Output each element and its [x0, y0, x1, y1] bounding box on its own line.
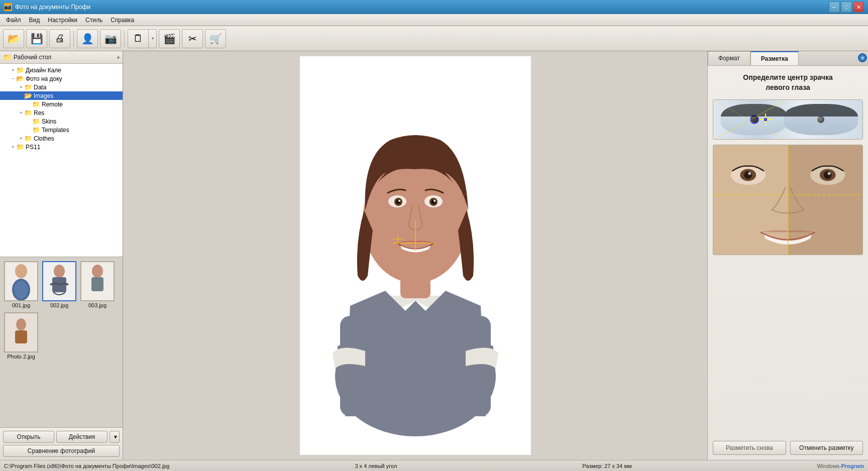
- center-area[interactable]: [123, 51, 707, 460]
- tree-label-ps11: PS11: [26, 144, 40, 151]
- tree-item-remote[interactable]: 📁 Remote: [0, 100, 123, 108]
- menu-view[interactable]: Вид: [25, 16, 44, 25]
- tab-markup[interactable]: Разметка: [750, 51, 799, 65]
- menu-settings[interactable]: Настройки: [44, 16, 81, 25]
- toolbar-person-btn[interactable]: 👤: [77, 29, 98, 48]
- menu-bar: Файл Вид Настройки Стиль Справка: [0, 14, 868, 26]
- tree-expand-data[interactable]: +: [18, 84, 24, 90]
- tab-format[interactable]: Формат: [708, 51, 750, 65]
- tree-expand-clothes[interactable]: +: [18, 136, 24, 142]
- svg-point-24: [398, 200, 400, 202]
- thumb-img-003: [80, 261, 115, 301]
- toolbar-template-arrow[interactable]: ▾: [149, 29, 157, 48]
- svg-rect-12: [15, 330, 27, 343]
- open-button[interactable]: Открыть: [3, 431, 54, 443]
- eye-crosshair-center: [764, 117, 768, 122]
- tree-expand-res[interactable]: +: [18, 110, 24, 116]
- face-zoom-svg: [713, 145, 862, 255]
- tree-expand-remote[interactable]: [26, 101, 32, 107]
- tree-view[interactable]: + 📁 Дизайн Кале − 📂 Фото на доку + 📁 Dat…: [0, 64, 123, 257]
- tree-item-images[interactable]: 📂 Images: [0, 91, 123, 100]
- thumb-label-001: 001.jpg: [12, 302, 30, 308]
- tree-expand-ps11[interactable]: +: [10, 144, 16, 150]
- thumb-item-003[interactable]: 003.jpg: [80, 261, 115, 308]
- tree-label-remote: Remote: [42, 101, 63, 108]
- svg-point-1: [15, 264, 27, 278]
- tree-item-data[interactable]: + 📁 Data: [0, 83, 123, 91]
- toolbar-template-combo: 🗒 ▾: [128, 29, 157, 48]
- folder-icon-res: 📁: [24, 109, 32, 116]
- main-photo-svg: [300, 56, 531, 455]
- actions-button[interactable]: Действия: [56, 431, 107, 443]
- tree-expand-photodocs[interactable]: −: [10, 76, 16, 82]
- close-panel-button[interactable]: ✕: [858, 53, 867, 62]
- tree-expand-images[interactable]: [18, 93, 24, 99]
- right-panel-tabs: ✕ Формат Разметка: [708, 51, 868, 66]
- toolbar-save-btn[interactable]: 💾: [26, 29, 47, 48]
- tree-label-res: Res: [34, 109, 44, 116]
- tree-item-skins[interactable]: 📁 Skins: [0, 117, 123, 126]
- dropdown-arrow-icon[interactable]: ▾: [117, 55, 120, 60]
- status-info: 3 x 4 левый угол: [355, 463, 397, 469]
- svg-point-36: [744, 171, 752, 179]
- status-path: C:\Program Files (x86)\Фото на документы…: [4, 463, 169, 469]
- thumb-item-001[interactable]: 001.jpg: [4, 261, 38, 308]
- toolbar-camera-btn[interactable]: 📷: [100, 29, 121, 48]
- thumb-item-photo2[interactable]: Photo 2.jpg: [4, 312, 38, 360]
- minimize-button[interactable]: ─: [829, 2, 840, 13]
- separator-2: [124, 31, 125, 47]
- menu-style[interactable]: Стиль: [81, 16, 106, 25]
- window-controls: ─ □ ✕: [829, 2, 864, 13]
- svg-point-11: [16, 318, 26, 330]
- tree-expand-templates[interactable]: [26, 127, 32, 133]
- folder-icon-ps11: 📁: [16, 143, 24, 151]
- separator-1: [73, 31, 74, 47]
- face-zoom-container: [713, 145, 863, 255]
- menu-file[interactable]: Файл: [2, 16, 25, 25]
- tree-item-design[interactable]: + 📁 Дизайн Кале: [0, 66, 123, 74]
- folder-icon-remote: 📁: [32, 100, 40, 108]
- close-button[interactable]: ✕: [853, 2, 864, 13]
- left-btn-row-1: Открыть Действия ▾: [3, 431, 120, 443]
- instruction-subtitle: левого глаза: [766, 83, 810, 91]
- tree-label-templates: Templates: [42, 127, 69, 134]
- actions-arrow-button[interactable]: ▾: [110, 431, 120, 443]
- instruction-text: Определите центр зрачка левого глаза: [713, 71, 863, 94]
- toolbar-video-btn[interactable]: 🎬: [159, 29, 180, 48]
- main-image-container: [300, 56, 531, 455]
- right-panel: ✕ Формат Разметка Определите центр зрачк…: [707, 51, 868, 460]
- maximize-button[interactable]: □: [841, 2, 852, 13]
- tree-label-skins: Skins: [42, 118, 56, 125]
- tree-item-clothes[interactable]: + 📁 Clothes: [0, 134, 123, 143]
- redo-markup-button[interactable]: Разметить снова: [713, 441, 786, 455]
- menu-help[interactable]: Справка: [106, 16, 138, 25]
- svg-point-3: [14, 281, 28, 299]
- tree-item-templates[interactable]: 📁 Templates: [0, 126, 123, 134]
- folder-dropdown[interactable]: 📁 Рабочий стол ▾: [0, 51, 123, 64]
- svg-point-25: [433, 200, 436, 202]
- eyelash-left: [721, 104, 788, 116]
- toolbar-template-btn[interactable]: 🗒: [128, 29, 149, 48]
- tree-expand-design[interactable]: +: [10, 67, 16, 73]
- tree-item-photodocs[interactable]: − 📂 Фото на доку: [0, 74, 123, 83]
- svg-point-37: [748, 172, 751, 175]
- cancel-markup-button[interactable]: Отменить разметку: [790, 441, 863, 455]
- folder-icon-templates: 📁: [32, 126, 40, 134]
- tree-item-res[interactable]: + 📁 Res: [0, 108, 123, 117]
- folder-icon-data: 📁: [24, 83, 32, 91]
- eyelash-right: [784, 104, 858, 116]
- status-size: Размер: 27 x 34 мм: [582, 463, 631, 469]
- toolbar-edit-btn[interactable]: ✂: [182, 29, 203, 48]
- toolbar-open-btn[interactable]: 📂: [3, 29, 24, 48]
- folder-icon-design: 📁: [16, 66, 24, 74]
- app-title: Фото на документы Профи: [15, 4, 829, 11]
- tree-expand-skins[interactable]: [26, 119, 32, 125]
- tree-item-ps11[interactable]: + 📁 PS11: [0, 143, 123, 151]
- right-buttons: Разметить снова Отменить разметку: [708, 441, 868, 460]
- thumb-item-002[interactable]: 002.jpg: [42, 261, 76, 308]
- tree-label-design: Дизайн Кале: [26, 67, 61, 74]
- toolbar-print-btn[interactable]: 🖨: [49, 29, 70, 48]
- compare-button[interactable]: Сравнение фотографий: [3, 445, 120, 457]
- instruction-title: Определите центр зрачка: [743, 73, 832, 81]
- toolbar-cart-btn[interactable]: 🛒: [205, 29, 226, 48]
